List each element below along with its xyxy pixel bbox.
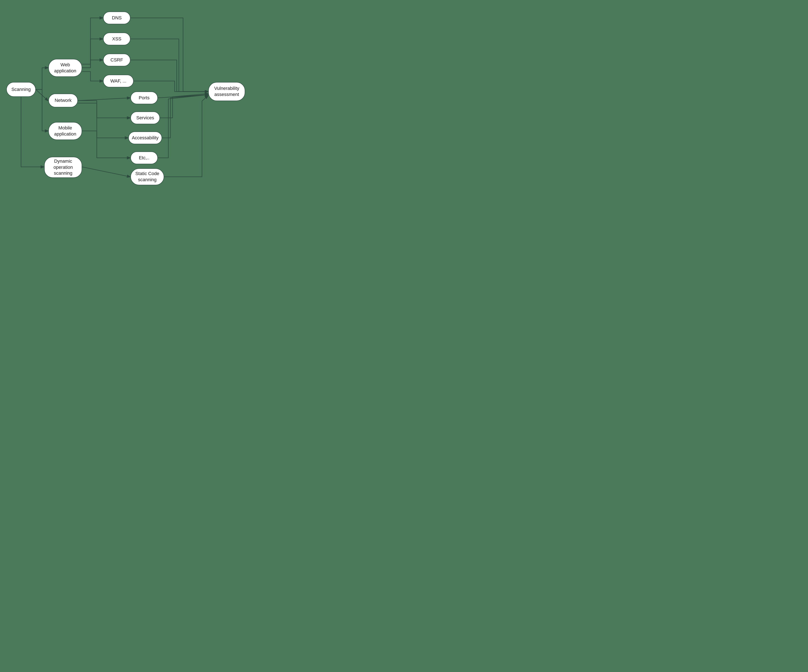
mobile-application-node: Mobileapplication — [48, 122, 82, 140]
diagram-container: Scanning Webapplication Network Mobileap… — [0, 0, 250, 194]
accessability-node: Accessability — [129, 132, 162, 144]
csrf-node: CSRF — [103, 53, 130, 66]
xss-node: XSS — [103, 33, 130, 45]
network-node: Network — [48, 94, 78, 107]
scanning-node: Scanning — [6, 82, 36, 97]
vulnerability-assessment-node: Vulnerabilityassessment — [208, 82, 245, 101]
web-application-node: Webapplication — [48, 59, 82, 77]
waf-node: WAF, ... — [103, 75, 134, 87]
dns-node: DNS — [103, 12, 130, 24]
ports-node: Ports — [130, 92, 158, 104]
static-code-scanning-node: Static Codescanning — [130, 168, 164, 185]
etc-node: Etc,.. — [130, 152, 158, 164]
services-node: Services — [130, 112, 160, 124]
dynamic-scanning-node: Dynamicoperationscanning — [44, 157, 82, 178]
